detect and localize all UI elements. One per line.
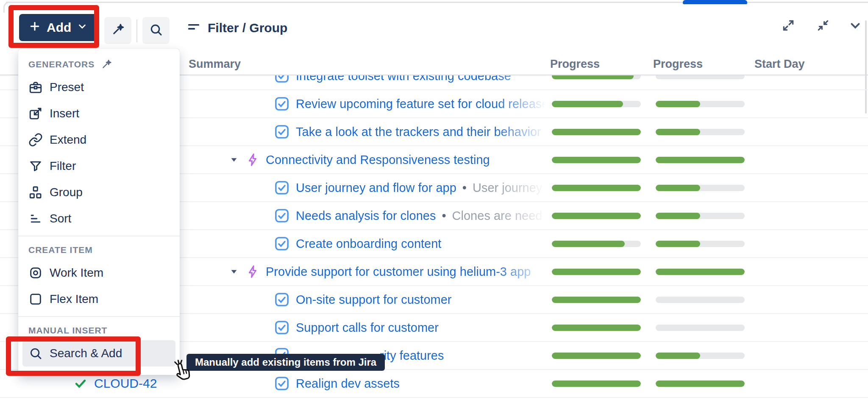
progress-bar	[552, 185, 641, 191]
menu-item-label: Group	[50, 186, 83, 199]
progress-bar	[656, 157, 745, 163]
active-tab-indicator	[683, 0, 747, 4]
menu-item-label: Sort	[50, 212, 71, 225]
tooltip-text: Manually add existing items from Jira	[195, 356, 376, 368]
collapse-all-button[interactable]	[814, 17, 832, 36]
progress-bar	[656, 325, 745, 331]
progress-bar	[656, 129, 745, 135]
structure-board-panel: Add Filter / Group SummaryProgressProgre…	[0, 0, 868, 400]
menu-item-flex-item[interactable]: Flex Item	[18, 286, 180, 312]
progress-bar	[656, 185, 745, 191]
chevron-down-icon	[77, 20, 88, 35]
progress-bar	[552, 157, 641, 163]
menu-item-label: Work Item	[50, 266, 103, 280]
summary-link[interactable]: On-site support for customer	[296, 293, 451, 307]
task-checkbox-icon[interactable]	[275, 208, 289, 223]
progress-bar	[656, 269, 745, 275]
summary-link[interactable]: rity features	[380, 349, 444, 363]
group-icon	[28, 185, 43, 200]
separator-dot: •	[462, 181, 467, 195]
progress-bar	[656, 297, 745, 303]
task-checkbox-icon[interactable]	[275, 181, 289, 195]
menu-item-label: Insert	[50, 107, 79, 120]
menu-item-extend[interactable]: Extend	[18, 127, 180, 153]
menu-item-label: Preset	[50, 81, 84, 94]
search-button[interactable]	[142, 17, 170, 44]
summary-link[interactable]: Connectivity and Responsiveness testing	[266, 153, 490, 167]
progress-bar	[552, 75, 641, 79]
collapse-toggle-icon[interactable]	[229, 155, 239, 164]
collapse-toggle-icon[interactable]	[229, 267, 239, 276]
progress-bar	[552, 269, 641, 275]
summary-link[interactable]: Needs analysis for clones	[296, 209, 436, 223]
menu-item-sort[interactable]: Sort	[18, 206, 180, 232]
summary-description: User journey	[473, 181, 542, 195]
toolbox-icon	[28, 80, 43, 94]
expand-icon	[782, 19, 795, 34]
issue-key-label[interactable]: CLOUD-42	[94, 376, 157, 391]
menu-divider	[18, 236, 180, 236]
flex-item-icon	[28, 292, 43, 306]
menu-item-preset[interactable]: Preset	[18, 74, 180, 100]
summary-link[interactable]: Integrate toolset with existing codebase	[296, 75, 511, 83]
progress-bar	[552, 381, 641, 387]
toolbar-divider	[136, 19, 137, 42]
column-header-summary[interactable]: Summary	[189, 58, 241, 71]
link-icon	[28, 133, 43, 147]
progress-bar	[552, 241, 641, 247]
filter-lines-icon	[186, 19, 201, 37]
pin-icon[interactable]	[100, 58, 112, 70]
progress-bar	[656, 101, 745, 107]
chevron-down-icon	[848, 18, 862, 34]
filter-group-label: Filter / Group	[208, 21, 287, 35]
filter-icon	[28, 159, 43, 173]
summary-link[interactable]: Review upcoming feature set for cloud re…	[296, 97, 548, 111]
insert-icon	[28, 106, 43, 121]
column-header-start-day[interactable]: Start Day	[754, 58, 805, 71]
summary-link[interactable]: Take a look at the trackers and their be…	[296, 125, 541, 139]
expand-all-button[interactable]	[779, 17, 798, 36]
progress-bar	[656, 213, 745, 219]
menu-item-label: Filter	[50, 159, 76, 173]
menu-item-filter[interactable]: Filter	[18, 153, 180, 179]
add-button-label: Add	[47, 20, 71, 35]
summary-link[interactable]: Realign dev assets	[296, 377, 400, 391]
task-checkbox-icon[interactable]	[275, 125, 289, 139]
progress-bar	[656, 353, 745, 359]
menu-item-insert[interactable]: Insert	[18, 100, 180, 127]
add-button[interactable]: Add	[19, 14, 97, 41]
progress-bar	[656, 241, 745, 247]
separator-dot: •	[442, 209, 446, 223]
tooltip: Manually add existing items from Jira	[186, 354, 385, 371]
task-checkbox-icon[interactable]	[275, 376, 289, 391]
menu-item-group[interactable]: Group	[18, 179, 180, 206]
task-checkbox-icon[interactable]	[275, 320, 289, 335]
add-dropdown-menu: GENERATORSPresetInsertExtendFilterGroupS…	[18, 49, 180, 375]
menu-item-work-item[interactable]: Work Item	[18, 260, 180, 286]
summary-link[interactable]: Provide support for customer using heliu…	[266, 265, 531, 279]
collapse-icon	[816, 19, 830, 34]
task-checkbox-icon[interactable]	[275, 292, 289, 307]
menu-item-label: Search & Add	[50, 347, 122, 360]
progress-bar	[552, 129, 641, 135]
filter-group-button[interactable]: Filter / Group	[186, 14, 287, 42]
progress-bar	[552, 213, 641, 219]
task-checkbox-icon[interactable]	[275, 236, 289, 251]
automation-bolt-icon	[246, 153, 260, 167]
progress-bar	[552, 353, 641, 359]
pin-generators-button[interactable]	[104, 17, 131, 44]
summary-link[interactable]: User journey and flow for app	[296, 181, 456, 195]
menu-item-search-add[interactable]: Search & Add	[22, 340, 175, 367]
menu-section-title: CREATE ITEM	[18, 240, 180, 260]
task-checkbox-icon[interactable]	[275, 97, 289, 111]
summary-link[interactable]: Support calls for customer	[296, 321, 439, 335]
search-icon	[149, 22, 163, 39]
panel-chevron-button[interactable]	[846, 17, 865, 36]
work-item-icon	[28, 266, 43, 280]
task-checkbox-icon[interactable]	[275, 75, 289, 83]
column-header-progress[interactable]: Progress	[653, 58, 703, 71]
column-header-progress[interactable]: Progress	[550, 58, 600, 71]
summary-link[interactable]: Create onboarding content	[296, 237, 441, 251]
pin-icon	[111, 22, 125, 39]
progress-bar	[656, 381, 745, 387]
